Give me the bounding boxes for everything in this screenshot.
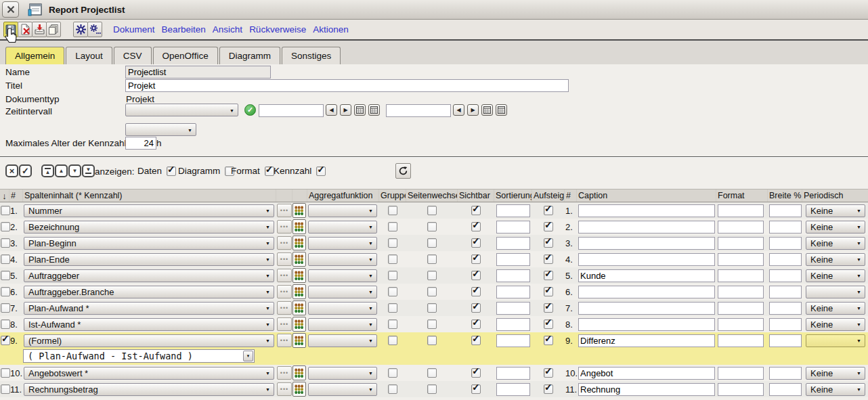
date-from-calendar-button[interactable] <box>354 104 366 116</box>
column-content-select[interactable]: Plan-Aufwand * <box>24 302 274 315</box>
color-grid-button[interactable] <box>292 219 306 234</box>
caption-input[interactable] <box>578 237 715 250</box>
row-select-checkbox[interactable] <box>1 303 10 313</box>
ellipsis-button[interactable]: ••• <box>277 382 292 396</box>
move-up-button[interactable]: ▲ <box>55 164 68 177</box>
check-in-button[interactable] <box>32 22 47 37</box>
move-down-button[interactable]: ▼ <box>68 164 81 177</box>
breite-input[interactable] <box>769 253 802 266</box>
periodisch-select[interactable]: Keine <box>806 318 865 331</box>
caption-input[interactable] <box>578 204 715 217</box>
sortierung-input[interactable] <box>496 318 530 331</box>
aggregate-function-select[interactable] <box>308 286 377 298</box>
sort-direction-icon[interactable]: ↓ <box>0 190 9 202</box>
gruppe-checkbox[interactable] <box>388 206 397 215</box>
move-bottom-button[interactable]: ▼ <box>82 164 95 177</box>
aggregate-function-select[interactable] <box>308 221 377 234</box>
tab-diagramm[interactable]: Diagramm <box>219 47 280 64</box>
aufsteig-checkbox[interactable] <box>544 206 553 215</box>
sortierung-input[interactable] <box>496 367 530 380</box>
seitenwechsel-checkbox[interactable] <box>427 368 437 378</box>
sortierung-input[interactable] <box>496 302 530 315</box>
periodisch-select[interactable]: Keine <box>806 204 865 217</box>
formula-combobox[interactable]: ( Plan-Aufwand - Ist-Aufwand )▼ <box>23 349 255 363</box>
ellipsis-button[interactable]: ••• <box>277 366 292 380</box>
caption-input[interactable] <box>578 367 715 380</box>
breite-input[interactable] <box>769 286 802 298</box>
periodisch-select[interactable] <box>806 334 865 347</box>
row-select-checkbox[interactable] <box>1 336 10 345</box>
format-checkbox[interactable] <box>265 166 274 176</box>
format-input[interactable] <box>718 286 764 298</box>
seitenwechsel-checkbox[interactable] <box>427 303 437 313</box>
sichtbar-checkbox[interactable] <box>471 303 481 313</box>
caption-input[interactable] <box>578 286 715 298</box>
breite-input[interactable] <box>769 221 802 234</box>
seitenwechsel-checkbox[interactable] <box>427 254 437 264</box>
row-select-checkbox[interactable] <box>1 254 10 264</box>
aggregate-function-select[interactable] <box>308 383 377 396</box>
sortierung-input[interactable] <box>496 383 530 396</box>
sortierung-input[interactable] <box>496 204 530 217</box>
column-content-select[interactable]: Ist-Aufwand * <box>24 318 274 331</box>
aufsteig-checkbox[interactable] <box>544 336 553 345</box>
gruppe-checkbox[interactable] <box>388 271 397 280</box>
column-content-select[interactable]: Plan-Beginn <box>24 237 274 250</box>
row-select-checkbox[interactable] <box>1 287 10 296</box>
ellipsis-button[interactable]: ••• <box>277 301 292 315</box>
color-grid-button[interactable] <box>292 301 306 315</box>
format-input[interactable] <box>718 221 764 234</box>
format-input[interactable] <box>718 367 764 380</box>
periodisch-select[interactable]: Keine <box>806 302 865 315</box>
date-from-input[interactable] <box>259 104 324 117</box>
date-from-next-button[interactable]: ▶ <box>340 104 351 116</box>
tab-layout[interactable]: Layout <box>66 47 112 64</box>
tab-csv[interactable]: CSV <box>114 47 152 64</box>
color-grid-button[interactable] <box>292 268 306 283</box>
column-content-select[interactable]: Bezeichnung <box>24 221 274 234</box>
date-to-prev-button[interactable]: ◀ <box>453 104 464 116</box>
zeitintervall-sub-select[interactable] <box>125 123 196 136</box>
tab-openoffice[interactable]: OpenOffice <box>153 47 218 64</box>
aggregate-function-select[interactable] <box>308 318 377 331</box>
date-to-input[interactable] <box>386 104 451 117</box>
aggregate-function-select[interactable] <box>308 302 377 315</box>
column-content-select[interactable]: Auftraggeber.Branche <box>24 286 274 298</box>
caption-input[interactable] <box>578 383 715 396</box>
refresh-button[interactable] <box>395 163 411 179</box>
row-select-checkbox[interactable] <box>1 368 10 378</box>
gruppe-checkbox[interactable] <box>388 303 397 313</box>
copy-button[interactable] <box>46 22 61 37</box>
menu-item-ansicht[interactable]: Ansicht <box>213 24 242 35</box>
row-select-checkbox[interactable] <box>1 222 10 231</box>
gruppe-checkbox[interactable] <box>388 368 397 378</box>
max-age-input[interactable] <box>125 137 156 150</box>
aufsteig-checkbox[interactable] <box>544 368 553 378</box>
select-all-button[interactable]: ✓ <box>19 164 32 177</box>
sichtbar-checkbox[interactable] <box>471 384 481 394</box>
column-content-select[interactable]: Nummer <box>24 204 274 217</box>
breite-input[interactable] <box>769 204 802 217</box>
seitenwechsel-checkbox[interactable] <box>427 271 437 280</box>
row-select-checkbox[interactable] <box>1 319 10 329</box>
sortierung-input[interactable] <box>496 221 530 234</box>
color-grid-button[interactable] <box>292 382 306 397</box>
aufsteig-checkbox[interactable] <box>544 287 553 296</box>
color-grid-button[interactable] <box>292 284 306 299</box>
format-input[interactable] <box>718 318 764 331</box>
aufsteig-checkbox[interactable] <box>544 254 553 264</box>
delete-button[interactable] <box>18 22 32 37</box>
aggregate-function-select[interactable] <box>308 367 377 380</box>
periodisch-select[interactable]: Keine <box>806 221 865 234</box>
column-content-select[interactable]: Auftraggeber <box>24 269 274 282</box>
titel-input[interactable] <box>125 79 569 92</box>
date-from-calendar2-button[interactable] <box>368 104 380 116</box>
breite-input[interactable] <box>769 318 802 331</box>
tab-sonstiges[interactable]: Sonstiges <box>282 47 341 64</box>
aggregate-function-select[interactable] <box>308 237 377 250</box>
periodisch-select[interactable]: Keine <box>806 383 865 396</box>
sichtbar-checkbox[interactable] <box>471 336 481 345</box>
menu-item-aktionen[interactable]: Aktionen <box>313 24 349 35</box>
seitenwechsel-checkbox[interactable] <box>427 238 437 248</box>
ellipsis-button[interactable]: ••• <box>277 236 292 250</box>
